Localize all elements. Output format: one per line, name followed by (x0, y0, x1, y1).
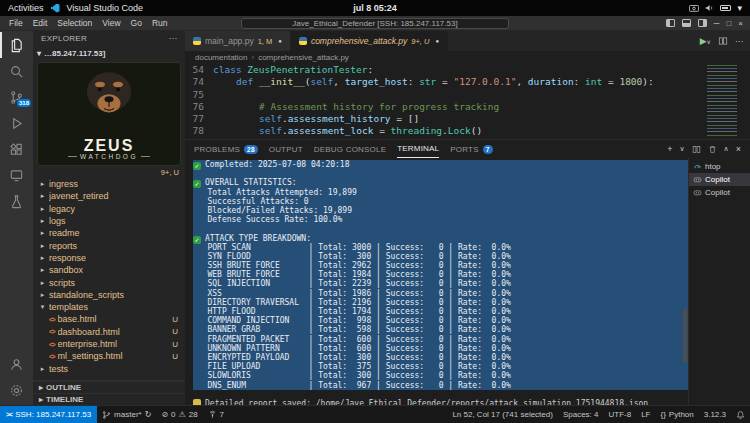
tree-folder-sandbox[interactable]: ▸sandbox (33, 264, 185, 276)
sidebar-more-icon[interactable]: ⋯ (169, 34, 177, 43)
tree-folder-javenet_retired[interactable]: ▸javenet_retired (33, 190, 185, 202)
tab-main_app.py[interactable]: main_app.py1, M● (185, 31, 291, 51)
tree-folder-legacy[interactable]: ▸legacy (33, 203, 185, 215)
section-timeline[interactable]: ▸TIMELINE (33, 393, 185, 405)
tree-file-dashboard.html[interactable]: <>dashboard.htmlU (33, 326, 185, 338)
tree-folder-logs[interactable]: ▸logs (33, 215, 185, 227)
terminal-list-item-htop[interactable]: htop (689, 160, 750, 173)
terminal-line[interactable]: ✓ATTACK TYPE BREAKDOWN: (193, 234, 688, 243)
run-debug-icon[interactable] (0, 110, 33, 136)
remote-explorer-icon[interactable] (0, 162, 33, 188)
dirty-dot-icon[interactable]: ● (278, 38, 282, 44)
tree-folder-templates[interactable]: ▾templates (33, 301, 185, 313)
testing-icon[interactable] (0, 188, 33, 214)
maximize-button[interactable]: □ (726, 19, 731, 28)
menu-edit[interactable]: Edit (28, 18, 53, 28)
menu-selection[interactable]: Selection (52, 18, 97, 28)
breadcrumb-item[interactable]: documentation (195, 53, 247, 62)
tree-folder-tests[interactable]: ▸tests (33, 362, 185, 374)
settings-icon[interactable] (0, 377, 33, 403)
terminal-line[interactable]: DIRECTORY TRAVERSAL | Total: 2196 | Succ… (193, 298, 688, 307)
language-mode[interactable]: {}Python (656, 406, 699, 423)
terminal-line[interactable]: PORT SCAN | Total: 3000 | Success: 0 | R… (193, 243, 688, 252)
close-panel-icon[interactable]: × (736, 144, 741, 154)
menu-view[interactable]: View (97, 18, 125, 28)
tree-folder-reports[interactable]: ▸reports (33, 239, 185, 251)
terminal-line[interactable]: SQL INJECTION | Total: 2239 | Success: 0… (193, 279, 688, 288)
minimap[interactable] (704, 63, 750, 139)
terminal-line[interactable]: BANNER GRAB | Total: 598 | Success: 0 | … (193, 325, 688, 334)
toggle-panel-icon[interactable] (682, 19, 691, 27)
split-editor-icon[interactable] (718, 36, 728, 46)
notifications-bell[interactable] (731, 406, 750, 423)
problems-status[interactable]: ⊘0⚠28 (156, 406, 202, 423)
cursor-position[interactable]: Ln 52, Col 17 (741 selected) (447, 406, 558, 423)
panel-tab-problems[interactable]: PROBLEMS28 (194, 140, 258, 158)
terminal-line[interactable]: WEB BRUTE FORCE | Total: 1984 | Success:… (193, 270, 688, 279)
python-version[interactable]: 3.12.3 (699, 406, 731, 423)
workspace-section-header[interactable]: ▾ …85.247.117.53] (33, 46, 185, 60)
terminal-line[interactable]: Total Attacks Attempted: 19,899 (193, 188, 688, 197)
extensions-icon[interactable] (0, 136, 33, 162)
menu-go[interactable]: Go (126, 18, 147, 28)
terminal-line[interactable] (193, 169, 688, 178)
close-button[interactable]: × (738, 19, 743, 28)
os-clock[interactable]: jul 8 05:24 (353, 3, 397, 13)
remote-indicator[interactable]: ><SSH: 185.247.117.53 (0, 406, 97, 423)
maximize-panel-icon[interactable]: ∧ (724, 145, 729, 153)
activities-button[interactable]: Activities (8, 3, 44, 13)
encoding[interactable]: UTF-8 (603, 406, 636, 423)
terminal-line[interactable]: FRAGMENTED PACKET | Total: 600 | Success… (193, 335, 688, 344)
source-control-icon[interactable]: 318 (0, 84, 33, 110)
panel-tab-ports[interactable]: PORTS7 (450, 140, 492, 158)
tree-file-ml_settings.html[interactable]: <>ml_settings.htmlU (33, 350, 185, 362)
terminal-list-item-copilot[interactable]: Copilot (689, 186, 750, 199)
minimize-button[interactable]: ─ (714, 19, 720, 28)
terminal-line[interactable] (193, 390, 688, 399)
terminal-line[interactable]: SSH BRUTE FORCE | Total: 2962 | Success:… (193, 261, 688, 270)
toggle-secondary-sidebar-icon[interactable] (698, 19, 707, 27)
terminal-line[interactable]: DNS_ENUM | Total: 967 | Success: 0 | Rat… (193, 381, 688, 390)
terminal-scrollbar[interactable] (683, 308, 687, 363)
terminal-output[interactable]: ✓Completed: 2025-07-08 04:20:18✓OVERALL … (185, 158, 688, 405)
eol[interactable]: LF (636, 406, 655, 423)
tree-folder-response[interactable]: ▸response (33, 252, 185, 264)
toggle-sidebar-icon[interactable] (666, 19, 675, 27)
indentation[interactable]: Spaces: 4 (558, 406, 604, 423)
code-editor[interactable]: 54class ZeusPenetrationTester:74def __in… (185, 63, 750, 139)
terminal-line[interactable]: ENCRYPTED PAYLOAD | Total: 300 | Success… (193, 353, 688, 362)
command-center[interactable]: Jave_Ethical_Defender [SSH: 185.247.117.… (241, 18, 509, 29)
explorer-icon[interactable] (0, 32, 33, 58)
tab-comprehensive_attack.py[interactable]: comprehensive_attack.py9+, U● (291, 31, 448, 51)
terminal-line[interactable] (193, 224, 688, 233)
terminal-line[interactable]: ✓Completed: 2025-07-08 04:20:18 (193, 160, 688, 169)
section-outline[interactable]: ▸OUTLINE (33, 381, 185, 393)
terminal-line[interactable]: UNKNOWN PATTERN | Total: 600 | Success: … (193, 344, 688, 353)
terminal-list-item-copilot[interactable]: Copilot (689, 173, 750, 186)
terminal-line[interactable]: Detailed report saved: /home/Jave_Ethica… (193, 399, 688, 405)
terminal-line[interactable]: Blocked/Failed Attacks: 19,899 (193, 206, 688, 215)
search-icon[interactable] (0, 58, 33, 84)
account-icon[interactable] (0, 351, 33, 377)
menu-run[interactable]: Run (147, 18, 173, 28)
menu-file[interactable]: File (4, 18, 28, 28)
panel-tab-terminal[interactable]: TERMINAL (397, 140, 439, 158)
tree-folder-readme[interactable]: ▸readme (33, 227, 185, 239)
terminal-line[interactable]: HTTP FLOOD | Total: 1794 | Success: 0 | … (193, 307, 688, 316)
terminal-line[interactable]: SLOWLORIS | Total: 300 | Success: 0 | Ra… (193, 371, 688, 380)
dirty-dot-icon[interactable]: ● (435, 38, 439, 44)
forwarded-ports-status[interactable]: 7 (203, 406, 229, 423)
more-actions-icon[interactable]: ⋯ (735, 37, 743, 46)
tree-folder-standalone_scripts[interactable]: ▸standalone_scripts (33, 289, 185, 301)
kill-terminal-icon[interactable] (708, 145, 717, 154)
terminal-dropdown-icon[interactable]: ∨ (679, 145, 684, 153)
tree-file-base.html[interactable]: <>base.htmlU (33, 313, 185, 325)
terminal-line[interactable]: COMMAND INJECTION | Total: 998 | Success… (193, 316, 688, 325)
terminal-line[interactable]: XSS | Total: 1986 | Success: 0 | Rate: 0… (193, 289, 688, 298)
terminal-line[interactable]: Defense Success Rate: 100.0% (193, 215, 688, 224)
panel-tab-output[interactable]: OUTPUT (269, 140, 303, 158)
terminal-line[interactable]: ✓OVERALL STATISTICS: (193, 178, 688, 187)
tree-folder-scripts[interactable]: ▸scripts (33, 276, 185, 288)
breadcrumb-item[interactable]: comprehensive_attack.py (258, 53, 349, 62)
os-system-tray[interactable]: ▾ (689, 3, 742, 13)
